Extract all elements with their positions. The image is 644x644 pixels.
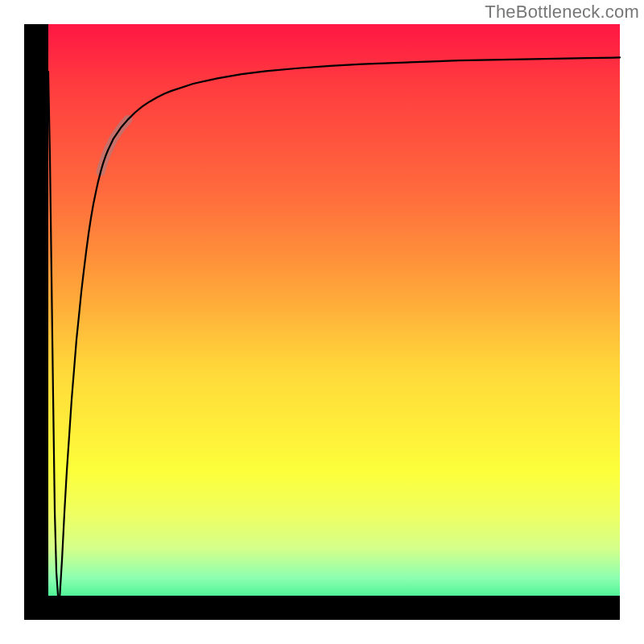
watermark-text: TheBottleneck.com (485, 2, 639, 23)
curve-main-line (48, 57, 620, 599)
bottleneck-curve (24, 24, 620, 620)
y-axis-border (24, 24, 48, 620)
curve-highlight-segment (101, 119, 128, 171)
x-axis-border (24, 596, 620, 620)
chart-frame (24, 24, 620, 620)
